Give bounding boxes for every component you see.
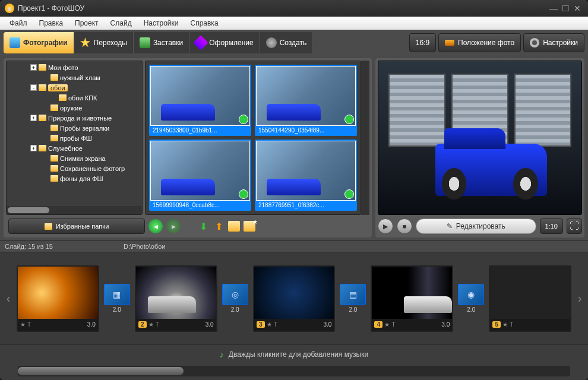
timeline-prev-button[interactable]: ‹ (2, 272, 14, 325)
folder-icon (59, 94, 67, 101)
sunset-icon (445, 40, 454, 46)
timeline-next-button[interactable]: › (574, 272, 586, 325)
menu-edit[interactable]: Правка (33, 18, 69, 28)
star-icon[interactable]: ★ (20, 321, 26, 328)
timeline-slide[interactable]: 3★T3.0 (253, 265, 336, 332)
folder-item[interactable]: Снимки экрана (7, 153, 142, 163)
timeline-transition[interactable]: ◉2.0 (457, 284, 485, 313)
timeline-slide[interactable]: 5★T (489, 265, 571, 332)
star-icon[interactable]: ★ (267, 321, 272, 328)
folder-item[interactable]: +Мои фото (7, 62, 142, 72)
transition-thumb[interactable]: ◎ (222, 284, 248, 305)
star-icon (80, 37, 91, 48)
tab-splash[interactable]: Заставки (134, 32, 189, 53)
expander-icon[interactable]: + (30, 145, 37, 151)
transition-duration: 2.0 (349, 306, 357, 313)
folder-item[interactable]: обои КПК (7, 93, 142, 103)
timeline-items[interactable]: ★T3.0▦2.02★T3.0◎2.03★T3.0▤2.04★T3.0◉2.05… (17, 265, 571, 332)
photo-position-button[interactable]: Положение фото (438, 33, 521, 52)
timeline-transition[interactable]: ▤2.0 (339, 284, 367, 313)
folder-tree-body[interactable]: +Мои фотонужный хлам-обоиобои КПКоружие+… (7, 61, 142, 206)
star-icon[interactable]: ★ (384, 321, 390, 328)
preview-viewport[interactable] (378, 61, 582, 215)
maximize-button[interactable]: ☐ (559, 4, 571, 13)
transition-thumb[interactable]: ◉ (458, 284, 484, 305)
timeline-slide[interactable]: 2★T3.0 (135, 265, 217, 332)
folder-label: Природа и животные (48, 115, 112, 122)
folder-item[interactable]: Сохраненные фотогр (7, 163, 142, 173)
main-toolbar: Фотографии Переходы Заставки Оформление … (0, 30, 588, 56)
tree-scrollbar[interactable] (7, 206, 142, 214)
folder-item[interactable]: Пробы зеркалки (7, 123, 142, 133)
minimize-button[interactable]: — (548, 4, 559, 13)
star-icon[interactable]: ★ (502, 321, 508, 328)
tab-create[interactable]: Создать (260, 32, 314, 53)
expander-icon[interactable]: + (30, 64, 37, 71)
music-track[interactable]: ♪ Дважды кликните для добавления музыки (0, 344, 588, 363)
folder-label: Снимки экрана (60, 155, 106, 162)
text-icon[interactable]: T (391, 321, 395, 328)
tab-transitions[interactable]: Переходы (74, 32, 134, 53)
nav-forward-button[interactable]: ▸ (166, 219, 181, 233)
folder-fav-button[interactable] (244, 221, 255, 232)
folder-item[interactable]: +Природа и животные (7, 113, 142, 123)
expander-icon[interactable]: + (30, 115, 37, 121)
timeline-transition[interactable]: ◎2.0 (221, 284, 249, 313)
folder-icon (50, 125, 58, 131)
timeline-transition[interactable]: ▦2.0 (103, 284, 131, 313)
timeline-scrollbar[interactable] (18, 366, 570, 376)
photo-position-label: Положение фото (458, 39, 514, 47)
transition-thumb[interactable]: ▦ (104, 284, 130, 305)
tab-design[interactable]: Оформление (189, 32, 260, 53)
thumbnail-item[interactable]: 15504144290_0354f89... (255, 65, 357, 136)
menu-file[interactable]: Файл (4, 18, 33, 28)
thumbnail-item[interactable]: 15699990948_0ccab8c... (149, 140, 251, 211)
thumbnail-item[interactable]: 21887769951_0f6382c... (255, 140, 357, 211)
text-icon[interactable]: T (156, 321, 159, 328)
folder-item[interactable]: пробы ФШ (7, 133, 142, 143)
star-icon[interactable]: ★ (148, 321, 154, 328)
timeline-strip: ‹ ★T3.0▦2.02★T3.0◎2.03★T3.0▤2.04★T3.0◉2.… (0, 252, 588, 344)
close-button[interactable]: ✕ (571, 4, 583, 13)
text-icon[interactable]: T (510, 321, 513, 328)
folder-label: обои КПК (68, 94, 97, 102)
folder-icon (50, 104, 58, 111)
folder-item[interactable]: +Служебное (7, 143, 142, 153)
expander-icon[interactable]: - (30, 84, 37, 91)
folder-label: Сохраненные фотогр (60, 165, 125, 172)
folder-item[interactable]: -обои (7, 83, 142, 93)
app-logo-icon: ☻ (5, 4, 14, 13)
folder-label: Мои фото (48, 64, 78, 71)
folder-item[interactable]: фоны для ФШ (7, 173, 142, 183)
timeline-slide[interactable]: ★T3.0 (17, 265, 99, 332)
fullscreen-button[interactable]: ⛶ (567, 218, 582, 234)
transition-thumb[interactable]: ▤ (340, 284, 366, 305)
thumbnail-item[interactable]: 21945033800_01b9b1... (149, 65, 251, 136)
folder-item[interactable]: нужный хлам (7, 72, 142, 83)
edit-slide-button[interactable]: ✎Редактировать (416, 218, 536, 234)
menu-slide[interactable]: Слайд (105, 18, 138, 28)
settings-button[interactable]: Настройки (523, 33, 584, 52)
add-down-button[interactable]: ⬇ (197, 220, 209, 232)
menu-help[interactable]: Справка (184, 18, 224, 28)
folder-add-button[interactable] (228, 221, 240, 232)
folder-icon (45, 223, 52, 230)
nav-back-button[interactable]: ◂ (148, 219, 163, 233)
edit-button-label: Редактировать (456, 222, 505, 230)
tab-photos[interactable]: Фотографии (4, 32, 74, 53)
favorite-folders-button[interactable]: Избранные папки (8, 218, 145, 234)
text-icon[interactable]: T (27, 321, 31, 328)
thumbnail-grid: 21945033800_01b9b1...15504144290_0354f89… (145, 61, 361, 215)
timeline-header: Слайд: 15 из 15 D:\Photo\обои (0, 240, 588, 252)
play-button[interactable]: ▶ (378, 218, 393, 234)
menu-project[interactable]: Проект (69, 18, 105, 28)
folder-item[interactable]: оружие (7, 103, 142, 113)
aspect-ratio-button[interactable]: 16:9 (409, 33, 436, 52)
stop-button[interactable]: ■ (397, 218, 412, 234)
thumbnail-caption: 15699990948_0ccab8c... (150, 201, 250, 210)
menu-settings[interactable]: Настройки (138, 18, 185, 28)
remove-up-button[interactable]: ⬆ (213, 220, 225, 232)
text-icon[interactable]: T (274, 321, 277, 328)
timeline-slide[interactable]: 4★T3.0 (371, 265, 453, 332)
thumb-scrollbar[interactable] (361, 61, 369, 215)
